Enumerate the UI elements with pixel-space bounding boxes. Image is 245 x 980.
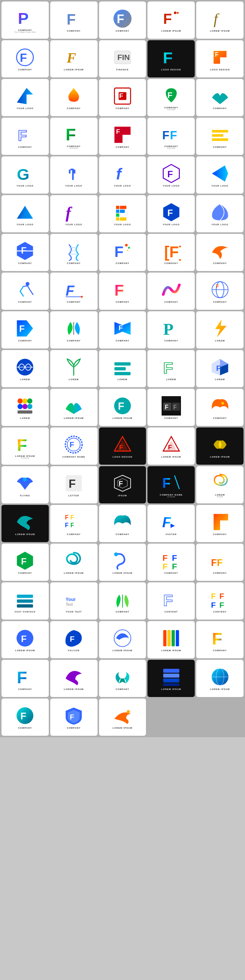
logo-card[interactable]: fYOUR LOGO — [99, 156, 146, 194]
logo-card[interactable]: LOREM — [2, 350, 49, 387]
logo-card[interactable]: COMPANY — [50, 79, 97, 116]
logo-card[interactable]: LOREM IPSUM — [99, 698, 146, 736]
logo-card[interactable]: FCOMPANY — [2, 544, 49, 581]
logo-card[interactable]: LOREM IPSUM — [196, 428, 243, 465]
logo-card[interactable]: PCOMPANY — [148, 311, 195, 348]
logo-card[interactable]: FFCOMPANY — [148, 389, 195, 426]
logo-card[interactable]: FINFINANCE — [99, 40, 146, 78]
logo-card[interactable]: FYOUR LOGO — [148, 195, 195, 232]
logo-card[interactable]: FCOMPANY — [50, 272, 97, 310]
logo-card[interactable]: LOREM IPSUM — [99, 544, 146, 581]
logo-card[interactable]: FCOMPANY — [2, 118, 49, 155]
logo-card[interactable]: FLETTER — [50, 466, 97, 503]
svg-text:F: F — [211, 601, 216, 609]
logo-card[interactable]: COMPANY — [196, 118, 243, 155]
logo-card[interactable]: LOREM IPSUM — [99, 621, 146, 658]
logo-card[interactable]: FFFFCOMPANY — [148, 544, 195, 581]
logo-card[interactable]: FCOMPANY — [2, 234, 49, 271]
logo-card[interactable]: COMPANY — [99, 660, 146, 697]
logo-card[interactable]: YOUR LOGO — [196, 195, 243, 232]
logo-card[interactable]: FFFFCONTENT — [196, 582, 243, 620]
logo-card[interactable]: FLorem Ipsum — [148, 2, 195, 39]
logo-company-name: COMPANY — [18, 146, 32, 148]
logo-card[interactable]: FCOMPANY — [2, 698, 49, 736]
logo-card[interactable]: FYOUR LOGO — [148, 156, 195, 194]
logo-card[interactable]: LOREMIPSUM — [196, 466, 243, 503]
logo-icon: F — [113, 86, 132, 106]
logo-card[interactable]: fLorem Ipsum — [196, 2, 243, 39]
logo-card[interactable]: FLOREM IPSUM — [99, 389, 146, 426]
logo-card[interactable]: COMPANY — [196, 234, 243, 271]
logo-card[interactable]: FCOMPANY — [196, 621, 243, 658]
logo-card[interactable]: FLOGO DESIGN — [196, 40, 243, 78]
svg-text:F: F — [162, 514, 172, 530]
logo-card[interactable]: YOUR LOGO — [2, 195, 49, 232]
logo-card[interactable]: FCOMPANY — [99, 79, 146, 116]
logo-card[interactable]: FCOMPANY — [99, 234, 146, 271]
logo-icon — [210, 86, 230, 106]
logo-card[interactable]: COMPANY — [99, 582, 146, 620]
logo-card[interactable]: LOREM IPSUM — [2, 505, 49, 542]
logo-card[interactable]: LOREM IPSUM — [148, 660, 195, 697]
logo-card[interactable]: LOREM IPSUM — [148, 621, 195, 658]
logo-card[interactable]: GYOUR LOGO — [2, 156, 49, 194]
logo-card[interactable]: COMPANY — [99, 505, 146, 542]
logo-card[interactable]: FLOGO DESIGN — [148, 40, 195, 78]
logo-card[interactable]: COMPANY — [50, 311, 97, 348]
logo-card[interactable]: FCOMPANY — [2, 311, 49, 348]
logo-card[interactable]: FCOMPANY — [99, 2, 146, 39]
logo-card[interactable]: FLOREM IPSUM — [2, 621, 49, 658]
logo-card[interactable]: FLOREM IPSUMSLOGAN — [2, 428, 49, 465]
logo-card[interactable]: LOREM IPSUM — [196, 660, 243, 697]
logo-card[interactable]: COMPANY — [196, 389, 243, 426]
logo-card[interactable]: FCOMPANYSLOGAN — [148, 79, 195, 116]
logo-card[interactable]: FCOMPANY — [99, 311, 146, 348]
logo-card[interactable]: COMPANY — [50, 234, 97, 271]
logo-card[interactable]: LOREM — [196, 311, 243, 348]
logo-card[interactable]: FIPSUM — [99, 466, 146, 503]
logo-card[interactable]: LOREM IPSUM — [50, 660, 97, 697]
logo-card[interactable]: LOREM IPSUM — [50, 544, 97, 581]
logo-card[interactable]: F▶FASTER — [148, 505, 195, 542]
logo-card[interactable]: LOREM — [99, 350, 146, 387]
logo-card[interactable]: LOREM — [50, 350, 97, 387]
logo-card[interactable]: FFCOMPANYSLOGAN — [148, 118, 195, 155]
logo-card[interactable]: YOUR LOGO — [99, 195, 146, 232]
logo-card[interactable]: FAST FURIOUS — [2, 582, 49, 620]
logo-card[interactable]: COMPANY — [2, 272, 49, 310]
logo-card[interactable]: FCOMPANY — [2, 40, 49, 78]
logo-card[interactable]: LOREM — [2, 389, 49, 426]
logo-card[interactable]: FLOREM — [148, 350, 195, 387]
logo-card[interactable]: FFALCON — [50, 621, 97, 658]
logo-card[interactable]: FCOMPANY — [2, 660, 49, 697]
logo-card[interactable]: YOUR LOGO — [196, 156, 243, 194]
logo-card[interactable]: YourTextYour Text — [50, 582, 97, 620]
logo-card[interactable]: FFCOMPANY — [196, 544, 243, 581]
logo-card[interactable]: COMPANY — [148, 272, 195, 310]
logo-card[interactable]: FCOMPANY — [196, 272, 243, 310]
logo-card[interactable]: FCOMPANY NAMESLOGAN — [148, 466, 195, 503]
logo-card[interactable]: YOUR LOGO — [50, 156, 97, 194]
logo-card[interactable]: FLOREM IPSUM — [50, 40, 97, 78]
logo-card[interactable]: YOUR LOGO — [2, 79, 49, 116]
logo-card[interactable]: COMPANY — [196, 79, 243, 116]
logo-card[interactable]: COMPANY — [196, 505, 243, 542]
logo-card[interactable]: FCOMPANY — [99, 272, 146, 310]
logo-card[interactable]: PCOMPANYYour Slogan Goes Here — [2, 2, 49, 39]
logo-card[interactable]: FCOMPANY — [99, 118, 146, 155]
logo-card[interactable]: [F]COMPANY — [148, 234, 195, 271]
logo-card[interactable]: FLOREM IPSUM — [148, 428, 195, 465]
logo-company-name: FLYING — [20, 495, 30, 497]
logo-card[interactable]: FFFFCOMPANY — [50, 505, 97, 542]
logo-card[interactable]: FLYING — [2, 466, 49, 503]
logo-card[interactable]: FLOREM — [196, 350, 243, 387]
logo-company-name: YOUR LOGO — [114, 223, 131, 226]
logo-card[interactable]: FCONTENT — [148, 582, 195, 620]
logo-card[interactable]: LOREM IPSUM — [50, 389, 97, 426]
logo-card[interactable]: fYOUR LOGO — [50, 195, 97, 232]
logo-card[interactable]: FCOMPANY — [50, 698, 97, 736]
logo-card[interactable]: FCOMPANY — [50, 2, 97, 39]
logo-card[interactable]: FCOMPANY NAME — [50, 428, 97, 465]
logo-card[interactable]: FLOGO DESIGN — [99, 428, 146, 465]
logo-card[interactable]: FCOMPANYSLOGAN — [50, 118, 97, 155]
